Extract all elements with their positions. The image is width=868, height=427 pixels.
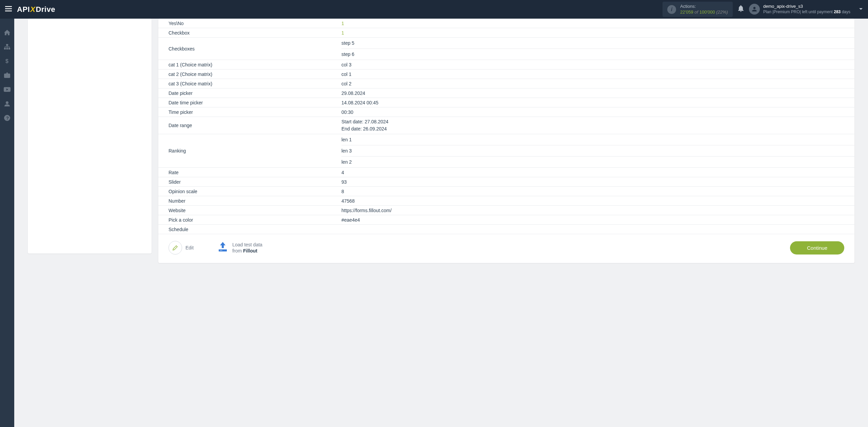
actions-label: Actions: [680, 4, 728, 9]
row-label: Date range [169, 123, 341, 128]
svg-point-13 [220, 250, 221, 251]
actions-counts: 22'059 of 100'000 (22%) [680, 9, 728, 15]
user-info: demo_apix-drive_s3 Plan |Premium PRO| le… [763, 4, 850, 15]
row-label: Date picker [169, 90, 341, 96]
sidebar: $ ? [0, 19, 14, 273]
sidebar-sitemap-icon[interactable] [0, 40, 14, 54]
load-test-text: Load test data from Fillout [232, 242, 262, 254]
svg-rect-1 [5, 8, 12, 9]
svg-text:?: ? [6, 116, 9, 121]
svg-rect-6 [8, 48, 10, 49]
table-row-multi: Ranking len 1 len 3 len 2 [158, 134, 854, 168]
edit-label: Edit [185, 245, 194, 250]
row-value: 1 [341, 21, 844, 26]
user-menu[interactable]: demo_apix-drive_s3 Plan |Premium PRO| le… [749, 4, 863, 15]
table-row: Number 47568 [158, 196, 854, 206]
sidebar-help-icon[interactable]: ? [0, 111, 14, 125]
load-test-line2: from Fillout [232, 248, 262, 254]
svg-rect-2 [5, 11, 12, 12]
table-row: Opinion scale 8 [158, 187, 854, 196]
table-row: Date time picker 14.08.2024 00:45 [158, 98, 854, 107]
load-test-line1: Load test data [232, 242, 262, 248]
row-label: Checkboxes [169, 38, 341, 60]
chevron-down-icon [859, 7, 863, 12]
top-header: APIXDrive i Actions: 22'059 of 100'000 (… [0, 0, 868, 19]
continue-button[interactable]: Continue [790, 241, 844, 255]
table-row: Rate 4 [158, 168, 854, 177]
svg-rect-12 [219, 249, 227, 251]
row-label: Rate [169, 170, 341, 175]
row-value: 4 [341, 170, 844, 175]
svg-rect-0 [5, 6, 12, 7]
edit-button[interactable]: Edit [169, 241, 194, 255]
svg-point-9 [6, 101, 8, 104]
row-label: cat 3 (Choice matrix) [169, 81, 341, 86]
user-plan: Plan |Premium PRO| left until payment 28… [763, 9, 850, 15]
edit-icon [169, 241, 182, 255]
row-label: Slider [169, 179, 341, 185]
table-row: Website https://forms.fillout.com/ [158, 206, 854, 215]
table-row-multi: Checkboxes step 5 step 6 [158, 38, 854, 60]
table-row: Date picker 29.08.2024 [158, 88, 854, 98]
row-label: Time picker [169, 109, 341, 115]
row-values: len 1 len 3 len 2 [341, 134, 854, 167]
svg-point-14 [221, 250, 222, 251]
data-table: Yes\No 1 Checkbox 1 Checkboxes step 5 st… [158, 19, 854, 234]
sidebar-youtube-icon[interactable] [0, 82, 14, 97]
row-value: Start date: 27.08.2024 End date: 26.09.2… [341, 118, 844, 133]
svg-rect-4 [4, 48, 6, 49]
load-test-data-button[interactable]: Load test data from Fillout [217, 241, 262, 255]
table-row: Schedule [158, 225, 854, 234]
table-row: cat 1 (Choice matrix) col 3 [158, 60, 854, 69]
right-panel: Yes\No 1 Checkbox 1 Checkboxes step 5 st… [158, 19, 854, 263]
notifications-bell-icon[interactable] [738, 5, 744, 14]
hamburger-menu-icon[interactable] [5, 5, 12, 13]
sidebar-home-icon[interactable] [0, 25, 14, 40]
actions-counter[interactable]: i Actions: 22'059 of 100'000 (22%) [663, 2, 733, 17]
row-value-item: len 1 [341, 134, 854, 145]
row-value: 93 [341, 179, 844, 185]
row-value: 00:30 [341, 109, 844, 115]
table-row: cat 2 (Choice matrix) col 1 [158, 69, 854, 79]
row-label: Opinion scale [169, 189, 341, 194]
table-row: cat 3 (Choice matrix) col 2 [158, 79, 854, 88]
main-content: Yes\No 1 Checkbox 1 Checkboxes step 5 st… [14, 19, 868, 273]
row-value: 8 [341, 189, 844, 194]
row-value-item: step 6 [341, 49, 854, 60]
row-value: #eae4e4 [341, 217, 844, 223]
user-avatar-icon [749, 4, 760, 15]
logo-api: API [17, 5, 30, 14]
table-row: Date range Start date: 27.08.2024 End da… [158, 117, 854, 134]
info-icon: i [667, 5, 676, 14]
table-row: Checkbox 1 [158, 28, 854, 38]
row-value: col 2 [341, 81, 844, 86]
sidebar-briefcase-icon[interactable] [0, 68, 14, 82]
row-value-item: len 3 [341, 145, 854, 157]
table-row: Yes\No 1 [158, 19, 854, 28]
row-value-item: len 2 [341, 157, 854, 167]
table-row: Time picker 00:30 [158, 107, 854, 117]
actions-text: Actions: 22'059 of 100'000 (22%) [680, 4, 728, 15]
row-label: Yes\No [169, 21, 341, 26]
bottom-actions: Edit Load test data from Fillout Continu… [158, 234, 854, 255]
row-value: 14.08.2024 00:45 [341, 100, 844, 105]
table-row: Slider 93 [158, 177, 854, 187]
logo-drive: Drive [36, 5, 55, 14]
left-panel [28, 19, 152, 253]
user-name: demo_apix-drive_s3 [763, 4, 850, 9]
sidebar-user-icon[interactable] [0, 97, 14, 111]
sidebar-dollar-icon[interactable]: $ [0, 54, 14, 68]
row-value: 47568 [341, 198, 844, 204]
svg-text:$: $ [5, 58, 8, 64]
row-value: col 1 [341, 72, 844, 77]
svg-rect-3 [6, 44, 8, 46]
row-value: 1 [341, 30, 844, 36]
row-label: Website [169, 208, 341, 213]
header-right: i Actions: 22'059 of 100'000 (22%) demo_… [663, 2, 863, 17]
table-row: Pick a color #eae4e4 [158, 215, 854, 225]
row-value: https://forms.fillout.com/ [341, 208, 844, 213]
row-label: Checkbox [169, 30, 341, 36]
logo[interactable]: APIXDrive [17, 5, 55, 14]
row-value: 29.08.2024 [341, 90, 844, 96]
row-label: cat 2 (Choice matrix) [169, 72, 341, 77]
